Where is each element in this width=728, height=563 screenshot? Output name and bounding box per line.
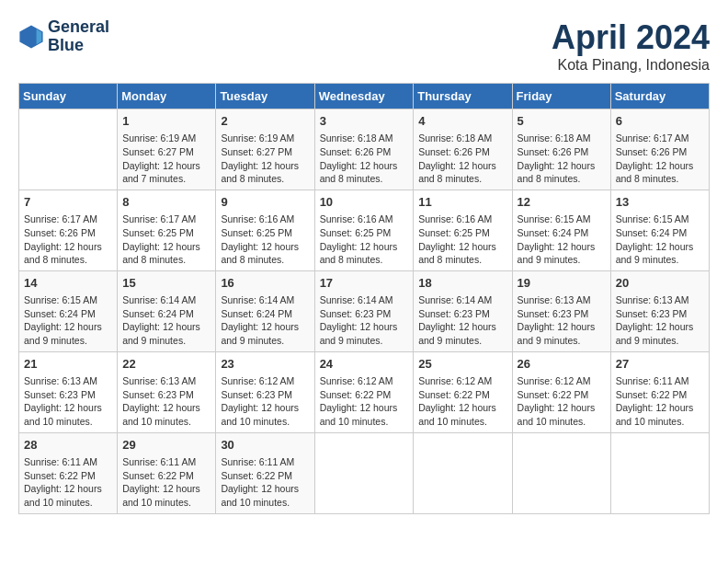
day-number: 26 <box>518 356 606 373</box>
day-cell: 8Sunrise: 6:17 AM Sunset: 6:25 PM Daylig… <box>118 190 216 270</box>
day-info: Sunrise: 6:15 AM Sunset: 6:24 PM Dayligh… <box>518 213 606 267</box>
day-info: Sunrise: 6:13 AM Sunset: 6:23 PM Dayligh… <box>616 293 704 348</box>
day-cell: 24Sunrise: 6:12 AM Sunset: 6:22 PM Dayli… <box>314 351 414 432</box>
day-cell: 23Sunrise: 6:12 AM Sunset: 6:23 PM Dayli… <box>216 351 314 432</box>
day-cell: 30Sunrise: 6:11 AM Sunset: 6:22 PM Dayli… <box>216 432 314 513</box>
day-info: Sunrise: 6:17 AM Sunset: 6:25 PM Dayligh… <box>122 213 210 267</box>
title-block: April 2024 Kota Pinang, Indonesia <box>552 18 710 74</box>
day-info: Sunrise: 6:19 AM Sunset: 6:27 PM Dayligh… <box>122 132 210 186</box>
day-info: Sunrise: 6:16 AM Sunset: 6:25 PM Dayligh… <box>320 213 409 267</box>
day-info: Sunrise: 6:11 AM Sunset: 6:22 PM Dayligh… <box>221 455 309 510</box>
week-row-1: 1Sunrise: 6:19 AM Sunset: 6:27 PM Daylig… <box>19 109 710 190</box>
day-info: Sunrise: 6:12 AM Sunset: 6:22 PM Dayligh… <box>518 374 606 429</box>
col-header-friday: Friday <box>512 84 610 109</box>
day-number: 28 <box>24 437 112 454</box>
week-row-2: 7Sunrise: 6:17 AM Sunset: 6:26 PM Daylig… <box>19 190 710 270</box>
header-row: SundayMondayTuesdayWednesdayThursdayFrid… <box>19 84 710 109</box>
day-cell: 25Sunrise: 6:12 AM Sunset: 6:22 PM Dayli… <box>414 351 512 432</box>
week-row-5: 28Sunrise: 6:11 AM Sunset: 6:22 PM Dayli… <box>19 432 710 513</box>
day-number: 17 <box>320 275 409 292</box>
day-info: Sunrise: 6:11 AM Sunset: 6:22 PM Dayligh… <box>616 374 704 429</box>
day-number: 6 <box>616 113 704 130</box>
day-info: Sunrise: 6:14 AM Sunset: 6:23 PM Dayligh… <box>320 293 409 348</box>
day-cell: 5Sunrise: 6:18 AM Sunset: 6:26 PM Daylig… <box>512 109 610 190</box>
day-number: 5 <box>518 113 606 130</box>
day-info: Sunrise: 6:18 AM Sunset: 6:26 PM Dayligh… <box>418 132 506 186</box>
logo-icon <box>18 24 44 50</box>
logo-text: General Blue <box>48 18 109 55</box>
day-info: Sunrise: 6:18 AM Sunset: 6:26 PM Dayligh… <box>320 132 409 186</box>
day-number: 21 <box>24 356 112 373</box>
day-cell: 12Sunrise: 6:15 AM Sunset: 6:24 PM Dayli… <box>512 190 610 270</box>
day-number: 11 <box>418 194 506 211</box>
day-cell: 21Sunrise: 6:13 AM Sunset: 6:23 PM Dayli… <box>19 351 118 432</box>
day-cell: 15Sunrise: 6:14 AM Sunset: 6:24 PM Dayli… <box>118 270 216 351</box>
day-number: 22 <box>122 356 210 373</box>
day-info: Sunrise: 6:17 AM Sunset: 6:26 PM Dayligh… <box>616 132 704 186</box>
day-cell: 3Sunrise: 6:18 AM Sunset: 6:26 PM Daylig… <box>314 109 414 190</box>
day-cell: 2Sunrise: 6:19 AM Sunset: 6:27 PM Daylig… <box>216 109 314 190</box>
day-cell: 16Sunrise: 6:14 AM Sunset: 6:24 PM Dayli… <box>216 270 314 351</box>
logo-line2: Blue <box>48 37 109 55</box>
day-info: Sunrise: 6:11 AM Sunset: 6:22 PM Dayligh… <box>122 455 210 510</box>
day-number: 16 <box>221 275 309 292</box>
day-cell: 9Sunrise: 6:16 AM Sunset: 6:25 PM Daylig… <box>216 190 314 270</box>
day-number: 8 <box>122 194 210 211</box>
day-number: 4 <box>418 113 506 130</box>
month-title: April 2024 <box>552 18 710 57</box>
day-info: Sunrise: 6:17 AM Sunset: 6:26 PM Dayligh… <box>24 213 112 267</box>
day-number: 12 <box>518 194 606 211</box>
day-number: 13 <box>616 194 704 211</box>
day-cell: 29Sunrise: 6:11 AM Sunset: 6:22 PM Dayli… <box>118 432 216 513</box>
day-number: 3 <box>320 113 409 130</box>
day-number: 19 <box>518 275 606 292</box>
day-number: 30 <box>221 437 309 454</box>
day-info: Sunrise: 6:14 AM Sunset: 6:23 PM Dayligh… <box>418 293 506 348</box>
col-header-monday: Monday <box>118 84 216 109</box>
day-info: Sunrise: 6:12 AM Sunset: 6:23 PM Dayligh… <box>221 374 309 429</box>
col-header-saturday: Saturday <box>610 84 709 109</box>
day-number: 14 <box>24 275 112 292</box>
day-cell: 22Sunrise: 6:13 AM Sunset: 6:23 PM Dayli… <box>118 351 216 432</box>
logo-line1: General <box>48 18 109 37</box>
day-info: Sunrise: 6:19 AM Sunset: 6:27 PM Dayligh… <box>221 132 309 186</box>
day-cell <box>610 432 709 513</box>
day-number: 18 <box>418 275 506 292</box>
day-cell <box>19 109 118 190</box>
day-info: Sunrise: 6:12 AM Sunset: 6:22 PM Dayligh… <box>320 374 409 429</box>
day-info: Sunrise: 6:15 AM Sunset: 6:24 PM Dayligh… <box>24 293 112 348</box>
day-info: Sunrise: 6:13 AM Sunset: 6:23 PM Dayligh… <box>122 374 210 429</box>
day-number: 7 <box>24 194 112 211</box>
day-number: 2 <box>221 113 309 130</box>
day-number: 24 <box>320 356 409 373</box>
day-info: Sunrise: 6:15 AM Sunset: 6:24 PM Dayligh… <box>616 213 704 267</box>
day-cell: 19Sunrise: 6:13 AM Sunset: 6:23 PM Dayli… <box>512 270 610 351</box>
day-number: 27 <box>616 356 704 373</box>
day-cell: 7Sunrise: 6:17 AM Sunset: 6:26 PM Daylig… <box>19 190 118 270</box>
week-row-4: 21Sunrise: 6:13 AM Sunset: 6:23 PM Dayli… <box>19 351 710 432</box>
day-cell <box>512 432 610 513</box>
day-cell: 17Sunrise: 6:14 AM Sunset: 6:23 PM Dayli… <box>314 270 414 351</box>
day-info: Sunrise: 6:12 AM Sunset: 6:22 PM Dayligh… <box>418 374 506 429</box>
day-number: 15 <box>122 275 210 292</box>
day-number: 1 <box>122 113 210 130</box>
col-header-wednesday: Wednesday <box>314 84 414 109</box>
day-cell: 14Sunrise: 6:15 AM Sunset: 6:24 PM Dayli… <box>19 270 118 351</box>
day-cell: 18Sunrise: 6:14 AM Sunset: 6:23 PM Dayli… <box>414 270 512 351</box>
day-cell: 4Sunrise: 6:18 AM Sunset: 6:26 PM Daylig… <box>414 109 512 190</box>
day-cell: 1Sunrise: 6:19 AM Sunset: 6:27 PM Daylig… <box>118 109 216 190</box>
header: General Blue April 2024 Kota Pinang, Ind… <box>18 18 710 74</box>
day-cell: 20Sunrise: 6:13 AM Sunset: 6:23 PM Dayli… <box>610 270 709 351</box>
day-info: Sunrise: 6:14 AM Sunset: 6:24 PM Dayligh… <box>122 293 210 348</box>
day-number: 25 <box>418 356 506 373</box>
day-cell: 13Sunrise: 6:15 AM Sunset: 6:24 PM Dayli… <box>610 190 709 270</box>
day-cell: 27Sunrise: 6:11 AM Sunset: 6:22 PM Dayli… <box>610 351 709 432</box>
col-header-thursday: Thursday <box>414 84 512 109</box>
day-info: Sunrise: 6:16 AM Sunset: 6:25 PM Dayligh… <box>418 213 506 267</box>
day-number: 29 <box>122 437 210 454</box>
day-info: Sunrise: 6:13 AM Sunset: 6:23 PM Dayligh… <box>518 293 606 348</box>
day-number: 9 <box>221 194 309 211</box>
day-number: 23 <box>221 356 309 373</box>
day-info: Sunrise: 6:14 AM Sunset: 6:24 PM Dayligh… <box>221 293 309 348</box>
day-cell <box>414 432 512 513</box>
